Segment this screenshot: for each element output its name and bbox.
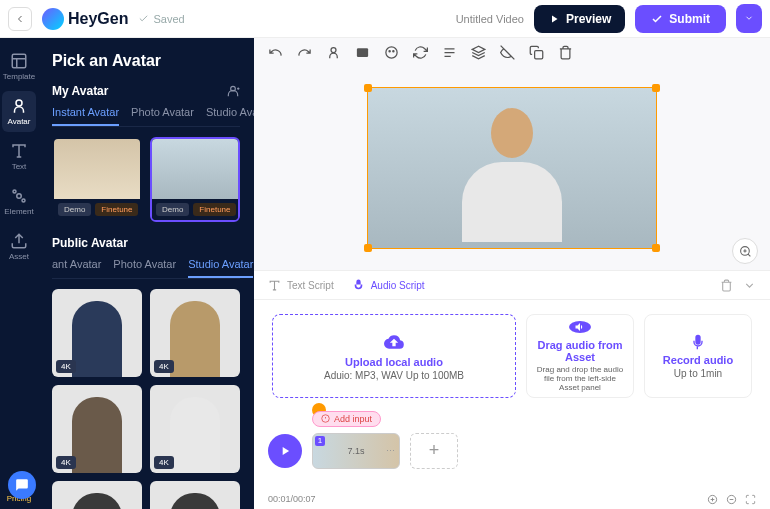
upload-audio-card[interactable]: Upload local audio Aduio: MP3, WAV Up to… <box>272 314 516 398</box>
layers-icon[interactable] <box>471 45 486 60</box>
person-icon[interactable] <box>326 45 341 60</box>
tab-studio-avatar[interactable]: Studio Avatar <box>206 106 254 126</box>
sidebar-title: Pick an Avatar <box>52 52 240 70</box>
add-clip-button[interactable]: + <box>410 433 458 469</box>
align-icon[interactable] <box>442 45 457 60</box>
tab-photo-avatar[interactable]: Photo Avatar <box>131 106 194 126</box>
brand-logo: HeyGen <box>42 8 128 30</box>
preview-button[interactable]: Preview <box>534 5 625 33</box>
my-avatar-heading: My Avatar <box>52 84 108 98</box>
public-avatar-3[interactable]: 4K <box>52 385 142 473</box>
tab-ant-avatar-2[interactable]: ant Avatar <box>52 258 101 278</box>
nav-text[interactable]: Text <box>2 136 36 177</box>
time-display: 00:01/00:07 <box>268 494 316 504</box>
collapse-script-icon[interactable] <box>743 279 756 292</box>
nav-template[interactable]: Template <box>2 46 36 87</box>
nav-avatar[interactable]: Avatar <box>2 91 36 132</box>
svg-point-10 <box>393 50 394 51</box>
submit-dropdown[interactable] <box>736 4 762 33</box>
svg-rect-11 <box>535 50 543 58</box>
timeline-clip[interactable]: 1 7.1s ⋯ <box>312 433 400 469</box>
film-icon[interactable] <box>355 45 370 60</box>
tab-studio-avatar-2[interactable]: Studio Avatar <box>188 258 253 278</box>
avatar-on-canvas[interactable] <box>452 108 572 248</box>
hide-icon[interactable] <box>500 45 515 60</box>
copy-icon[interactable] <box>529 45 544 60</box>
zoom-out-timeline-icon[interactable] <box>726 494 737 505</box>
svg-rect-0 <box>12 54 26 68</box>
canvas-preview[interactable] <box>367 87 657 249</box>
svg-rect-7 <box>357 48 368 57</box>
undo-icon[interactable] <box>268 45 283 60</box>
add-avatar-icon[interactable] <box>226 84 240 98</box>
tab-instant-avatar[interactable]: Instant Avatar <box>52 106 119 126</box>
delete-icon[interactable] <box>558 45 573 60</box>
record-audio-card[interactable]: Record audio Up to 1min <box>644 314 752 398</box>
my-avatar-card-2[interactable]: DemoFinetune <box>150 137 240 222</box>
text-script-tab[interactable]: Text Script <box>268 279 334 292</box>
public-avatar-1[interactable]: 4K <box>52 289 142 377</box>
svg-point-6 <box>331 47 336 52</box>
back-button[interactable] <box>8 7 32 31</box>
canvas-toolbar <box>254 38 770 66</box>
video-title[interactable]: Untitled Video <box>456 13 524 25</box>
refresh-icon[interactable] <box>413 45 428 60</box>
nav-element[interactable]: Element <box>2 181 36 222</box>
zoom-in-timeline-icon[interactable] <box>707 494 718 505</box>
public-avatar-heading: Public Avatar <box>52 236 128 250</box>
submit-button[interactable]: Submit <box>635 5 726 33</box>
saved-status: Saved <box>138 13 184 25</box>
play-button[interactable] <box>268 434 302 468</box>
zoom-button[interactable] <box>732 238 758 264</box>
svg-point-3 <box>13 190 16 193</box>
expand-timeline-icon[interactable] <box>745 494 756 505</box>
public-avatar-4[interactable]: 4K <box>150 385 240 473</box>
chat-button[interactable] <box>8 471 36 499</box>
nav-asset[interactable]: Asset <box>2 226 36 267</box>
public-avatar-5[interactable] <box>52 481 142 509</box>
drag-audio-card[interactable]: Drag audio from Asset Drag and drop the … <box>526 314 634 398</box>
delete-script-icon[interactable] <box>720 279 733 292</box>
public-avatar-6[interactable] <box>150 481 240 509</box>
svg-point-9 <box>389 50 390 51</box>
my-avatar-card-1[interactable]: DemoFinetune <box>52 137 142 222</box>
svg-point-2 <box>17 194 22 199</box>
redo-icon[interactable] <box>297 45 312 60</box>
audio-script-tab[interactable]: Audio Script <box>352 279 425 292</box>
face-icon[interactable] <box>384 45 399 60</box>
svg-point-4 <box>22 199 25 202</box>
add-input-badge: Add input <box>312 411 381 427</box>
public-avatar-2[interactable]: 4K <box>150 289 240 377</box>
svg-point-1 <box>16 100 22 106</box>
svg-point-8 <box>386 46 397 57</box>
tab-photo-avatar-2[interactable]: Photo Avatar <box>113 258 176 278</box>
